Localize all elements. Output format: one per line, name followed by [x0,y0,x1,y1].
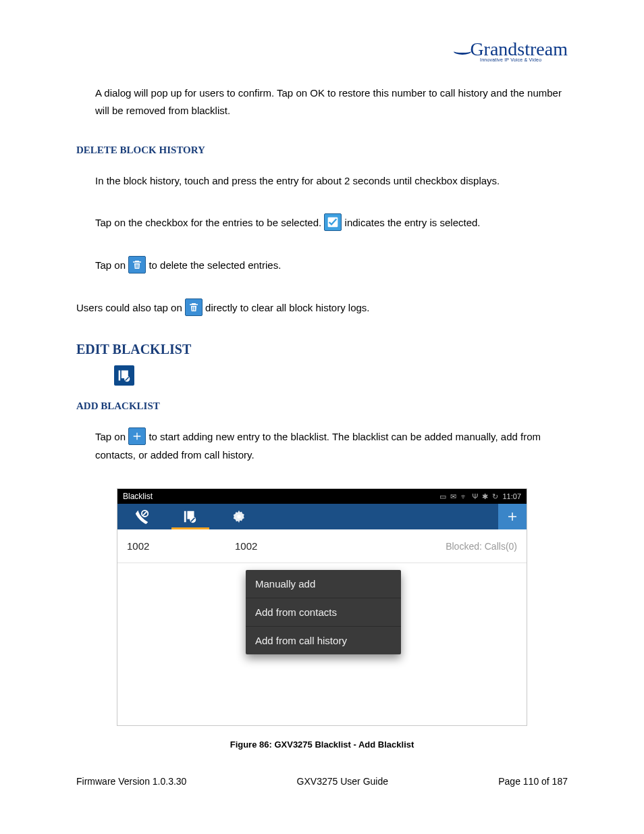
dbh-line2a: Tap on the checkbox for the entries to b… [95,217,324,228]
entry-name: 1002 [127,540,235,552]
add-method-menu: Manually add Add from contacts Add from … [246,570,401,654]
dbh-line2: Tap on the checkbox for the entries to b… [95,214,568,232]
dbh-line2b: indicates the entry is selected. [345,217,481,228]
blacklist-entry-row[interactable]: 1002 1002 Blocked: Calls(0) [117,529,527,563]
hd-icon: ▭ [439,492,446,501]
wifi-icon: ᯤ [460,492,468,500]
android-status-bar: Blacklist ▭ ✉ ᯤ Ψ ✱ ↻ 11:07 [117,489,527,504]
voicemail-icon: ✉ [450,492,456,501]
svg-rect-1 [119,371,121,381]
heading-edit-blacklist: EDIT BLACKLIST [76,342,568,357]
figure-caption: Figure 86: GXV3275 Blacklist - Add Black… [76,739,568,750]
tab-block-history[interactable] [117,504,166,529]
ab-line1a: Tap on [95,431,128,442]
dbh-line3a: Tap on [95,259,128,271]
dbh-line4a: Users could also tap on [76,302,185,313]
dbh-line4b: directly to clear all block history logs… [205,302,369,313]
entry-stat: Blocked: Calls(0) [446,541,517,552]
dbh-line1: In the block history, touch and press th… [95,172,568,190]
logo-text: Grandstream [470,38,568,59]
menu-manually-add[interactable]: Manually add [246,570,401,598]
tab-blacklist[interactable] [166,504,215,529]
menu-add-from-contacts[interactable]: Add from contacts [246,598,401,627]
checkbox-selected-icon [324,213,342,231]
screenshot-body: Manually add Add from contacts Add from … [117,563,527,725]
sync-icon: ↻ [492,492,498,501]
tab-settings[interactable] [215,504,263,529]
blacklist-tab-icon [114,365,568,386]
svg-line-6 [143,512,147,516]
bluetooth-icon: ✱ [482,492,488,501]
heading-add-blacklist: ADD BLACKLIST [76,400,568,412]
footer-firmware: Firmware Version 1.0.3.30 [76,776,186,787]
intro-paragraph: A dialog will pop up for users to confir… [95,84,568,120]
menu-add-from-call-history[interactable]: Add from call history [246,627,401,654]
footer-page: Page 110 of 187 [498,776,568,787]
entry-number: 1002 [235,540,446,552]
screenshot-add-blacklist: Blacklist ▭ ✉ ᯤ Ψ ✱ ↻ 11:07 [117,488,527,726]
add-blacklist-para: Tap on to start adding new entry to the … [95,428,568,464]
brand-logo: Grandstream Innovative IP Voice & Video [76,41,568,64]
add-button[interactable] [498,504,527,529]
svg-rect-7 [184,511,186,523]
plus-icon [128,427,146,445]
dbh-line3b: to delete the selected entries. [149,259,281,271]
screenshot-title: Blacklist [123,492,153,501]
dbh-line4: Users could also tap on directly to clea… [76,299,568,317]
page-footer: Firmware Version 1.0.3.30 GXV3275 User G… [76,776,568,787]
heading-delete-block-history: DELETE BLOCK HISTORY [76,145,568,156]
status-time: 11:07 [502,492,521,500]
trash-icon [185,298,203,316]
trash-icon [128,256,146,273]
dbh-line3: Tap on to delete the selected entries. [95,257,568,275]
footer-title: GXV3275 User Guide [297,776,388,787]
ab-line1b: to start adding new entry to the blackli… [95,431,541,461]
usb-icon: Ψ [472,492,478,500]
tab-bar [117,504,527,529]
